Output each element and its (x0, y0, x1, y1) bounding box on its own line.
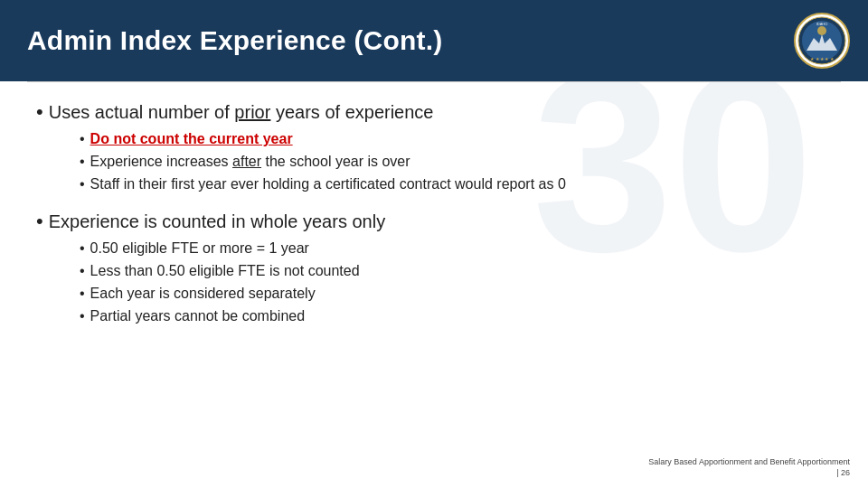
slide-header: Admin Index Experience (Cont.) ★ ★ ★ ★ ★… (0, 0, 868, 81)
main-bullet-2-text: Experience is counted in whole years onl… (49, 211, 385, 232)
partial-years-text: Partial years cannot be combined (90, 305, 305, 327)
sub-bullet-dot-2-1: • (80, 241, 85, 256)
sub-bullet-1-3: • Staff in their first year ever holding… (80, 174, 832, 195)
footer-line2: | 26 (836, 468, 850, 477)
sub-bullet-2-1: • 0.50 eligible FTE or more = 1 year (80, 238, 832, 259)
experience-increases-text: Experience increases after the school ye… (90, 151, 410, 173)
logo-container: ★ ★ ★ ★ ★ IDAHO (794, 13, 850, 69)
bullet-dot-2: • (36, 211, 43, 231)
sub-bullets-2: • 0.50 eligible FTE or more = 1 year • L… (80, 238, 832, 327)
footer-line1: Salary Based Apportionment and Benefit A… (648, 457, 850, 466)
main-bullet-1-text: Uses actual number of prior years of exp… (49, 102, 434, 123)
svg-point-3 (817, 26, 826, 35)
sub-bullet-dot-1-3: • (80, 177, 85, 192)
each-year-text: Each year is considered separately (90, 283, 316, 305)
dept-education-logo: ★ ★ ★ ★ ★ IDAHO (794, 13, 850, 69)
slide-content: • Uses actual number of prior years of e… (0, 82, 868, 465)
section-prior-years: • Uses actual number of prior years of e… (36, 102, 832, 195)
sub-bullet-dot-2-3: • (80, 286, 85, 301)
sub-bullet-1-1: • Do not count the current year (80, 128, 832, 150)
sub-bullet-dot-2-4: • (80, 309, 85, 324)
bullet-dot-1: • (36, 102, 43, 122)
sub-bullets-1: • Do not count the current year • Experi… (80, 128, 832, 195)
sub-bullet-2-2: • Less than 0.50 eligible FTE is not cou… (80, 260, 832, 282)
sub-bullet-2-3: • Each year is considered separately (80, 283, 832, 305)
slide-container: 30 Admin Index Experience (Cont.) ★ ★ ★ … (0, 0, 868, 488)
sub-bullet-dot-1-1: • (80, 132, 85, 146)
sub-bullet-dot-1-2: • (80, 155, 85, 169)
svg-text:IDAHO: IDAHO (816, 22, 828, 26)
after-underline: after (232, 154, 261, 169)
fte-less-text: Less than 0.50 eligible FTE is not count… (90, 260, 360, 282)
do-not-count-text: Do not count the current year (90, 128, 293, 150)
sub-bullet-dot-2-2: • (80, 264, 85, 278)
svg-text:★ ★ ★ ★ ★: ★ ★ ★ ★ ★ (810, 56, 835, 61)
first-year-text: Staff in their first year ever holding a… (90, 174, 566, 195)
main-bullet-2: • Experience is counted in whole years o… (36, 211, 832, 232)
section-whole-years: • Experience is counted in whole years o… (36, 211, 832, 327)
fte-more-text: 0.50 eligible FTE or more = 1 year (90, 238, 309, 259)
slide-footer: Salary Based Apportionment and Benefit A… (0, 456, 850, 479)
prior-underline: prior (234, 102, 270, 122)
sub-bullet-1-2: • Experience increases after the school … (80, 151, 832, 173)
main-bullet-1: • Uses actual number of prior years of e… (36, 102, 832, 123)
slide-title: Admin Index Experience (Cont.) (27, 25, 442, 56)
sub-bullet-2-4: • Partial years cannot be combined (80, 305, 832, 327)
